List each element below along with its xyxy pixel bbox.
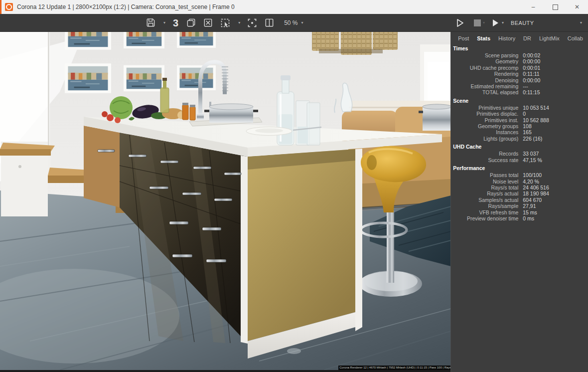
region-render-button[interactable]: [220, 17, 231, 28]
stat-value: 0:00:00: [523, 58, 540, 64]
stat-row: Passes total100/100: [451, 172, 588, 178]
stat-row: UHD cache precomp0:00:01: [451, 65, 588, 71]
stat-label: Success rate: [451, 157, 518, 163]
toolbar: ▾ 3 ▾ 50 % ▾: [0, 14, 588, 32]
clear-image-button[interactable]: [203, 17, 213, 28]
stat-label: Geometry groups: [451, 123, 518, 129]
stat-row: Geometry0:00:00: [451, 58, 588, 64]
stat-value: 0:00:00: [523, 77, 540, 83]
stat-value: 0:11:11: [523, 71, 539, 77]
stat-label: Rays/sample: [451, 203, 518, 209]
section-title: Times: [453, 45, 588, 51]
stat-row: Geometry groups108: [451, 123, 588, 129]
stats-sections: TimesScene parsing0:00:02Geometry0:00:00…: [451, 43, 588, 221]
save-button[interactable]: [146, 17, 156, 28]
render-stamp: Corona Renderer 12 | 4670 MHash | 7952 M…: [338, 366, 450, 370]
corona-app-icon: [5, 3, 13, 11]
close-button[interactable]: ✕: [566, 0, 588, 14]
window-controls: – ✕: [522, 0, 588, 14]
section-title: UHD Cache: [453, 144, 588, 150]
stat-row: Samples/s actual604 670: [451, 197, 588, 203]
stat-row: Estimated remaining---: [451, 83, 588, 89]
stat-value: 604 670: [523, 197, 542, 203]
window-title: Corona 12 Update 1 | 2800×2100px (1:2) |…: [17, 3, 235, 10]
tab-stats[interactable]: Stats: [477, 35, 490, 41]
zoom-dropdown-caret: ▾: [301, 20, 303, 25]
region-dropdown-caret[interactable]: ▾: [238, 20, 240, 25]
interactive-dropdown-caret[interactable]: ▾: [502, 20, 504, 25]
stat-value: 10 562 888: [523, 117, 549, 123]
stat-value: 108: [523, 123, 532, 129]
tab-collab[interactable]: Collab: [568, 35, 583, 41]
stat-value: 10 053 514: [523, 105, 549, 111]
stat-label: Denoising: [451, 77, 518, 83]
zoom-level-value: 50 %: [284, 19, 297, 26]
stat-value: 15 ms: [523, 209, 537, 215]
drinking-glasses: [296, 101, 320, 145]
save-dropdown-caret[interactable]: ▾: [163, 20, 165, 25]
stat-row: Rays/s total24 406 516: [451, 185, 588, 190]
maximize-icon: [553, 4, 558, 10]
stat-label: Primitives unique: [451, 105, 518, 111]
stat-row: Rays/s actual18 190 984: [451, 190, 588, 196]
interactive-start-button[interactable]: [490, 17, 501, 28]
toolbar-right-group: ▾ ▾ BEAUTY ▾: [454, 14, 584, 31]
maximize-button[interactable]: [544, 0, 566, 14]
stat-label: Scene parsing: [451, 52, 518, 58]
stat-label: Instances: [451, 129, 518, 135]
render-start-button[interactable]: [454, 17, 465, 28]
stat-value: 0 ms: [523, 215, 534, 221]
stat-value: 27,91: [523, 203, 536, 209]
copy-to-slot-button[interactable]: [186, 17, 196, 28]
corona-vfb-window: Corona 12 Update 1 | 2800×2100px (1:2) |…: [0, 0, 588, 372]
window-accent-edge: [0, 0, 1, 14]
tab-dr[interactable]: DR: [523, 35, 531, 41]
stat-value: 100/100: [523, 172, 542, 178]
stat-row: Primitives inst.10 562 888: [451, 117, 588, 123]
stat-value: 18 190 984: [523, 190, 549, 196]
stat-label: Estimated remaining: [451, 83, 518, 89]
stat-row: Success rate47,15 %: [451, 157, 588, 163]
stat-label: Samples/s actual: [451, 197, 518, 203]
render-element-caret: ▾: [580, 20, 582, 25]
stat-row: Rendering0:11:11: [451, 71, 588, 77]
stat-label: Preview denoiser time: [451, 215, 518, 221]
zoom-control[interactable]: 50 % ▾: [284, 19, 303, 26]
stat-label: UHD cache precomp: [451, 65, 518, 71]
stat-value: 0:11:15: [523, 89, 540, 95]
section-title: Performance: [453, 165, 588, 171]
stat-label: Rays/s total: [451, 185, 518, 190]
stat-label: Records: [451, 151, 518, 157]
render-element-value: BEAUTY: [511, 20, 534, 26]
stat-value: ---: [523, 83, 528, 89]
stat-label: Noise level: [451, 179, 518, 185]
stat-row: Preview denoiser time0 ms: [451, 215, 588, 221]
minimize-button[interactable]: –: [522, 0, 544, 14]
stat-label: TOTAL elapsed: [451, 89, 518, 95]
render-viewport[interactable]: Corona Renderer 12 | 4670 MHash | 7952 M…: [0, 32, 450, 372]
stat-value: 4,20 %: [523, 179, 539, 185]
stat-value: 0:00:01: [523, 65, 540, 71]
stat-label: Rays/s actual: [451, 190, 518, 196]
stat-value: 165: [523, 129, 532, 135]
stop-dropdown-caret: ▾: [483, 20, 485, 25]
tab-lightmix[interactable]: LightMix: [539, 35, 560, 41]
focus-region-button[interactable]: [247, 17, 258, 28]
toolbar-left-group: ▾ 3 ▾ 50 % ▾: [146, 14, 303, 31]
stat-label: Rendering: [451, 71, 518, 77]
ab-compare-button[interactable]: [264, 17, 275, 28]
stat-row: Primitives unique10 053 514: [451, 105, 588, 111]
stats-panel: PostStatsHistoryDRLightMixCollab TimesSc…: [450, 32, 588, 372]
render-element-select[interactable]: BEAUTY ▾: [511, 20, 584, 26]
stat-label: Lights (groups): [451, 136, 518, 142]
stat-value: 0:00:02: [523, 52, 540, 58]
tab-post[interactable]: Post: [458, 35, 469, 41]
stat-row: TOTAL elapsed0:11:15: [451, 89, 588, 95]
stat-row: Records33 037: [451, 151, 588, 157]
stat-row: Scene parsing0:00:02: [451, 52, 588, 58]
tab-history[interactable]: History: [498, 35, 515, 41]
stock-pot: [419, 104, 450, 131]
rendered-image: [0, 32, 450, 370]
stat-row: Rays/sample27,91: [451, 203, 588, 209]
stat-label: Geometry: [451, 58, 518, 64]
